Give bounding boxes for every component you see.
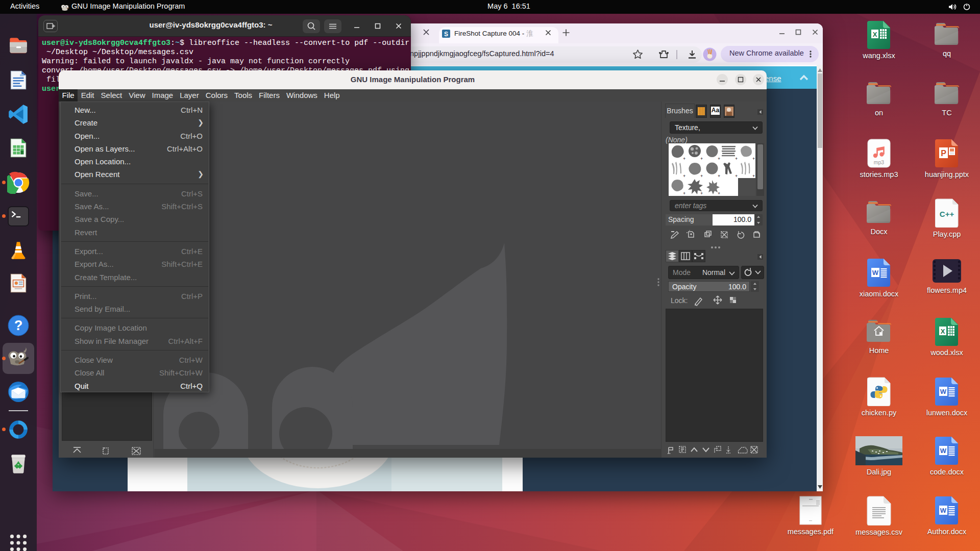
svg-text:mp3: mp3 [874, 159, 885, 165]
svg-text:+: + [700, 156, 703, 161]
svg-text:+: + [735, 173, 738, 179]
svg-text:W: W [872, 269, 879, 277]
svg-text:+: + [683, 173, 685, 179]
svg-text:?: ? [14, 317, 23, 333]
svg-text:W: W [940, 447, 947, 455]
svg-text:+: + [718, 173, 720, 179]
svg-text:C++: C++ [940, 210, 954, 218]
svg-text:S: S [444, 31, 448, 38]
svg-text:+: + [683, 191, 685, 196]
svg-text:+: + [752, 173, 755, 179]
svg-text:P: P [941, 149, 946, 158]
svg-text:+: + [752, 156, 755, 161]
svg-text:+: + [683, 156, 685, 161]
svg-text:W: W [940, 507, 947, 514]
svg-text:+: + [718, 191, 720, 196]
svg-text:+: + [735, 156, 738, 161]
svg-text:+: + [700, 173, 703, 179]
svg-text:+: + [700, 191, 703, 196]
svg-text:W: W [940, 388, 947, 395]
svg-text:X: X [873, 31, 877, 38]
svg-text:+: + [718, 156, 720, 161]
svg-text:X: X [941, 328, 945, 335]
